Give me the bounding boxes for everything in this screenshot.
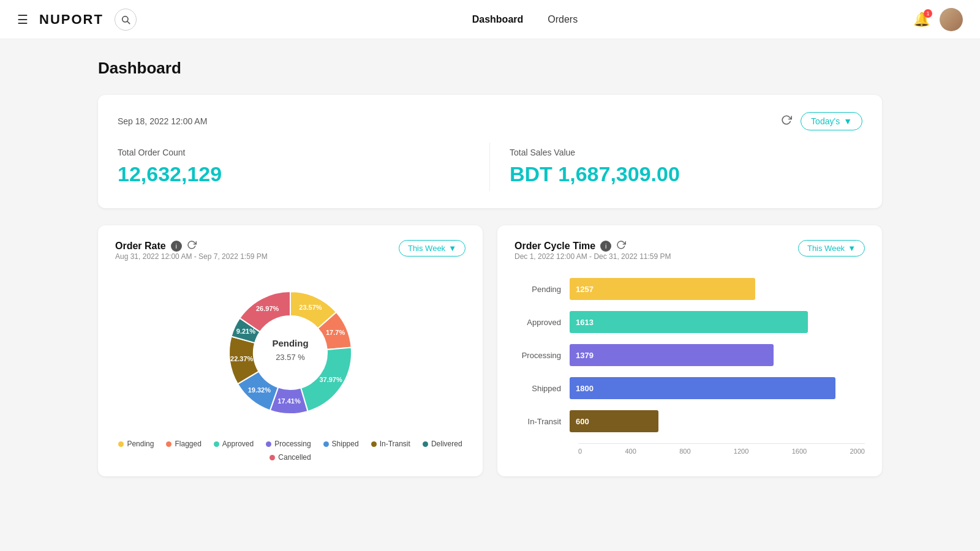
summary-actions: Today's ▼ bbox=[781, 112, 862, 130]
order-rate-card: Order Rate i Aug 31, 2022 12:00 AM - Sep… bbox=[98, 225, 483, 476]
svg-text:23.57 %: 23.57 % bbox=[276, 353, 305, 362]
order-cycle-refresh-button[interactable] bbox=[616, 240, 626, 252]
legend-item: Approved bbox=[214, 440, 254, 448]
order-rate-date-range: Aug 31, 2022 12:00 AM - Sep 7, 2022 1:59… bbox=[115, 252, 268, 261]
legend-item: Pending bbox=[118, 440, 154, 448]
svg-text:26.97%: 26.97% bbox=[256, 305, 279, 312]
order-cycle-info-icon[interactable]: i bbox=[600, 241, 611, 252]
svg-text:17.41%: 17.41% bbox=[277, 397, 301, 405]
bar-track: 1800 bbox=[570, 377, 865, 399]
legend-item: Processing bbox=[266, 440, 311, 448]
legend-label: Flagged bbox=[175, 440, 201, 448]
total-order-count-value: 12,632,129 bbox=[118, 162, 470, 186]
order-rate-donut-chart: 23.57%17.7%37.97%17.41%19.32%22.37%9.21%… bbox=[211, 273, 370, 432]
summary-header: Sep 18, 2022 12:00 AM Today's ▼ bbox=[118, 112, 862, 130]
order-cycle-bar-chart: Pending 1257 Approved 1613 Processing 13… bbox=[514, 273, 865, 460]
bar-track: 600 bbox=[570, 410, 865, 432]
summary-date: Sep 18, 2022 12:00 AM bbox=[118, 116, 207, 126]
svg-text:19.32%: 19.32% bbox=[248, 386, 271, 394]
nav-right: 🔔 1 bbox=[913, 8, 963, 31]
order-rate-chevron-icon: ▼ bbox=[448, 244, 456, 253]
legend-dot bbox=[270, 455, 275, 460]
svg-text:Pending: Pending bbox=[272, 338, 308, 348]
order-cycle-title: Order Cycle Time bbox=[514, 241, 595, 252]
bar-label: Processing bbox=[514, 351, 570, 360]
total-order-count-stat: Total Order Count 12,632,129 bbox=[118, 143, 490, 191]
navbar: ☰ NUPORT Dashboard Orders 🔔 1 bbox=[0, 0, 980, 39]
page-content: Dashboard Sep 18, 2022 12:00 AM Today's … bbox=[49, 39, 931, 496]
hamburger-icon[interactable]: ☰ bbox=[17, 12, 28, 27]
legend-label: Pending bbox=[127, 440, 154, 448]
axis-label: 0 bbox=[578, 448, 582, 455]
bar-label: Pending bbox=[514, 285, 570, 294]
order-rate-header: Order Rate i Aug 31, 2022 12:00 AM - Sep… bbox=[115, 240, 466, 271]
summary-stats: Total Order Count 12,632,129 Total Sales… bbox=[118, 143, 862, 191]
avatar-image bbox=[940, 8, 963, 31]
order-rate-title-row: Order Rate i Aug 31, 2022 12:00 AM - Sep… bbox=[115, 240, 268, 271]
legend-item: Delivered bbox=[423, 440, 462, 448]
order-cycle-date-range: Dec 1, 2022 12:00 AM - Dec 31, 2022 11:5… bbox=[514, 252, 671, 261]
bar-fill: 600 bbox=[570, 410, 658, 432]
order-cycle-header: Order Cycle Time i Dec 1, 2022 12:00 AM … bbox=[514, 240, 865, 271]
legend-label: In-Transit bbox=[380, 440, 410, 448]
legend-dot bbox=[323, 441, 329, 447]
bar-axis: 0400800120016002000 bbox=[578, 448, 865, 455]
axis-label: 1600 bbox=[792, 448, 807, 455]
order-cycle-title-row: Order Cycle Time i Dec 1, 2022 12:00 AM … bbox=[514, 240, 671, 271]
axis-label: 1200 bbox=[734, 448, 748, 455]
total-order-count-label: Total Order Count bbox=[118, 148, 470, 157]
legend-label: Delivered bbox=[431, 440, 462, 448]
bar-row: Approved 1613 bbox=[514, 311, 865, 333]
legend-dot bbox=[266, 441, 271, 447]
legend-dot bbox=[214, 441, 219, 447]
order-cycle-card: Order Cycle Time i Dec 1, 2022 12:00 AM … bbox=[497, 225, 882, 476]
legend-item: Shipped bbox=[323, 440, 359, 448]
order-rate-title: Order Rate bbox=[115, 241, 166, 252]
order-cycle-this-week-button[interactable]: This Week ▼ bbox=[798, 240, 865, 257]
bar-track: 1613 bbox=[570, 311, 865, 333]
total-sales-stat: Total Sales Value BDT 1,687,309.00 bbox=[490, 143, 862, 191]
summary-refresh-button[interactable] bbox=[781, 114, 792, 129]
notification-badge: 1 bbox=[924, 9, 932, 18]
legend-label: Shipped bbox=[332, 440, 359, 448]
legend-dot bbox=[118, 441, 124, 447]
total-sales-value: BDT 1,687,309.00 bbox=[510, 162, 862, 186]
svg-line-1 bbox=[127, 21, 130, 24]
order-rate-refresh-button[interactable] bbox=[187, 240, 197, 252]
notification-bell[interactable]: 🔔 1 bbox=[913, 12, 930, 28]
bar-row: Processing 1379 bbox=[514, 344, 865, 366]
legend-dot bbox=[166, 441, 172, 447]
todays-button[interactable]: Today's ▼ bbox=[801, 112, 862, 130]
bar-row: Pending 1257 bbox=[514, 278, 865, 300]
nav-orders[interactable]: Orders bbox=[548, 14, 578, 25]
legend-label: Approved bbox=[222, 440, 254, 448]
bar-label: Shipped bbox=[514, 384, 570, 393]
bar-row: In-Transit 600 bbox=[514, 410, 865, 432]
nav-center: Dashboard Orders bbox=[137, 14, 913, 25]
svg-text:22.37%: 22.37% bbox=[230, 355, 254, 362]
bar-row: Shipped 1800 bbox=[514, 377, 865, 399]
bar-fill: 1257 bbox=[570, 278, 755, 300]
bar-label: Approved bbox=[514, 318, 570, 327]
legend-dot bbox=[423, 441, 428, 447]
legend-label: Processing bbox=[274, 440, 311, 448]
bar-label: In-Transit bbox=[514, 417, 570, 426]
order-rate-this-week-button[interactable]: This Week ▼ bbox=[399, 240, 466, 257]
svg-text:9.21%: 9.21% bbox=[236, 328, 255, 335]
order-rate-info-icon[interactable]: i bbox=[171, 241, 182, 252]
todays-chevron-icon: ▼ bbox=[843, 116, 852, 126]
nav-dashboard[interactable]: Dashboard bbox=[472, 14, 524, 25]
bar-track: 1257 bbox=[570, 278, 865, 300]
order-rate-donut-wrap: 23.57%17.7%37.97%17.41%19.32%22.37%9.21%… bbox=[115, 273, 466, 462]
bar-fill: 1613 bbox=[570, 311, 808, 333]
summary-card: Sep 18, 2022 12:00 AM Today's ▼ Total Or… bbox=[98, 95, 882, 208]
page-title: Dashboard bbox=[98, 59, 882, 78]
avatar[interactable] bbox=[940, 8, 963, 31]
bar-axis-line bbox=[578, 443, 865, 444]
charts-row: Order Rate i Aug 31, 2022 12:00 AM - Sep… bbox=[98, 225, 882, 476]
total-sales-label: Total Sales Value bbox=[510, 148, 862, 157]
legend-item: Cancelled bbox=[270, 453, 311, 462]
logo: NUPORT bbox=[39, 12, 104, 28]
legend-item: In-Transit bbox=[371, 440, 410, 448]
search-button[interactable] bbox=[115, 9, 137, 31]
